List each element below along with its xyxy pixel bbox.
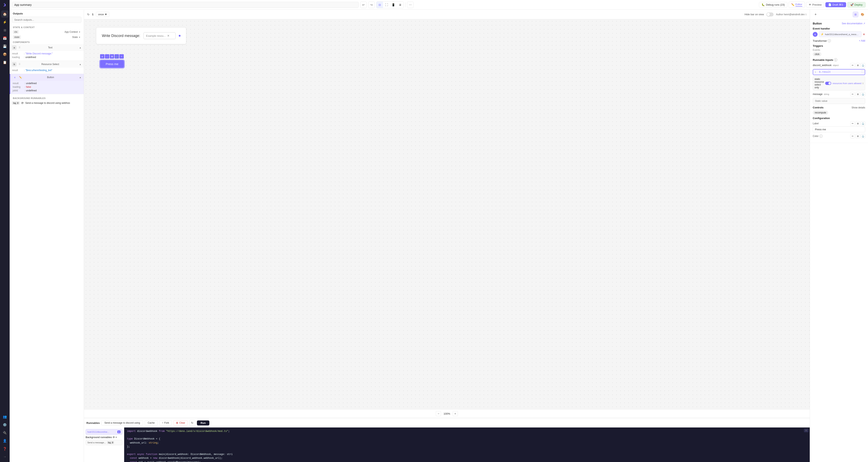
nav-variables-icon[interactable]: 📦	[1, 51, 8, 58]
refresh-icon[interactable]: ↻	[87, 13, 90, 16]
see-doc-text: See documentation ↗	[842, 22, 865, 25]
b-result-input[interactable]: 1 b.result ⛶	[813, 69, 865, 75]
comp-c-loading-row: loading : false	[13, 85, 82, 89]
hide-bar-toggle[interactable]	[766, 12, 774, 16]
zoom-plus-button[interactable]: +	[453, 411, 458, 416]
eh-path-text: hub/1511/discord/send_a_message_...	[825, 33, 860, 36]
transformer-info-icon[interactable]: i	[828, 39, 831, 42]
deploy-button[interactable]: 🚀 Deploy	[847, 2, 866, 7]
add-transformer-button[interactable]: + Add	[859, 39, 865, 42]
edit-icon-btn[interactable]: ✏	[850, 63, 855, 67]
zoom-minus-button[interactable]: −	[436, 411, 441, 416]
component-b-header[interactable]: b ⠿ Resource Select ▲	[10, 61, 84, 68]
nav-profile-icon[interactable]: 👤	[1, 437, 8, 444]
code-view-button[interactable]: ⊟	[376, 2, 383, 8]
code-copy-button[interactable]: ⎘	[804, 429, 808, 432]
color-edit-icon-btn[interactable]: ✏	[850, 134, 855, 138]
refresh-run-button[interactable]: ↻	[189, 420, 195, 426]
comp-a-drag[interactable]: ⠿	[18, 46, 21, 50]
nav-resources-icon[interactable]: 💾	[1, 42, 8, 50]
resize-handle-br[interactable]	[179, 35, 180, 37]
send-message-button[interactable]: Send a message to discord using	[101, 420, 143, 425]
show-details-link[interactable]: Show details	[851, 106, 865, 109]
color-link-icon-btn[interactable]: ⚓	[861, 134, 865, 138]
once-button[interactable]: once ▼	[96, 12, 109, 17]
label-copy-icon-btn[interactable]: ⊞	[856, 121, 860, 126]
comp-a-type: Text	[48, 46, 53, 49]
more-options-button[interactable]: ⋯	[407, 2, 413, 8]
color-info-icon[interactable]: i	[819, 134, 823, 138]
nav-audit-icon[interactable]: 📋	[1, 59, 8, 66]
draft-button[interactable]: 📄 Draft ⌘S	[826, 2, 846, 7]
msg-link-icon-btn[interactable]: ⚓	[861, 92, 865, 96]
resize-toolbar-btn[interactable]: ⊞	[110, 54, 114, 59]
eh-path-box: ⚡ hub/1511/discord/send_a_message_...	[819, 31, 862, 37]
preview-button[interactable]: 👁 Preview	[806, 2, 824, 7]
editor-icon: ✏️	[791, 3, 795, 6]
bg-runnable-item[interactable]: Send a message... bg_0	[86, 440, 122, 445]
color-copy-icon-btn[interactable]: ⊞	[856, 134, 860, 138]
nav-help-icon[interactable]: ❓	[1, 445, 8, 452]
label-link-icon-btn[interactable]: ⚓	[861, 121, 865, 126]
static-resource-info-icon[interactable]: ℹ	[863, 82, 863, 85]
transformer-label: Transformer i	[813, 39, 831, 42]
nav-apps-icon[interactable]: ⊞	[1, 27, 8, 34]
expand-icon[interactable]: ⛶	[862, 70, 864, 73]
clear-button[interactable]: 🗑 Clear	[174, 420, 188, 425]
resource-select-input[interactable]: Example resou... ✕	[144, 32, 176, 39]
static-value-input[interactable]	[813, 98, 865, 104]
nav-expand-icon[interactable]: →	[1, 453, 8, 460]
nav-integrations-icon[interactable]: 🔌	[1, 429, 8, 436]
state-chevron: ▼	[79, 36, 81, 38]
nav-home-icon[interactable]: 🏠	[1, 10, 8, 18]
author-info-icon[interactable]: ℹ	[806, 13, 807, 16]
code-editor[interactable]: ⎘ import discordwebhook from "https://de…	[124, 427, 810, 462]
redo-button[interactable]: ↪	[368, 2, 375, 8]
nav-users-icon[interactable]: 👥	[1, 413, 8, 420]
phone-view-button[interactable]: 📱	[390, 2, 397, 8]
see-documentation-link[interactable]: See documentation ↗	[842, 22, 865, 25]
component-c-header[interactable]: c ✏️ Button ▲	[10, 74, 84, 81]
cache-button[interactable]: Cache	[145, 420, 158, 425]
comp-b-drag[interactable]: ⠿	[18, 62, 21, 66]
app-name-input[interactable]: App summary	[12, 2, 359, 8]
monitor-view-button[interactable]: 🖥	[397, 2, 403, 8]
label-edit-icon-btn[interactable]: ✏	[850, 121, 855, 126]
right-plus-button[interactable]: +	[813, 12, 818, 17]
resource-clear-icon[interactable]: ✕	[167, 34, 169, 37]
undo-button[interactable]: ↩	[360, 2, 367, 8]
nav-flows-icon[interactable]: ⚡	[1, 19, 8, 26]
label-input[interactable]	[813, 127, 865, 132]
msg-edit-icon-btn[interactable]: ✏	[850, 92, 855, 96]
prop-c-loading-val: false	[26, 86, 31, 88]
bg-runnables-label: Background runnables	[10, 96, 84, 100]
editor-button[interactable]: ✏️ Editor	[788, 2, 805, 8]
runnable-inputs-info-icon[interactable]: i	[834, 58, 837, 61]
press-me-label: Press me	[106, 62, 118, 66]
component-a-header[interactable]: a ⠿ Text ▲	[10, 44, 84, 51]
right-theme-icon[interactable]: 🎨	[860, 12, 865, 17]
add-col-toolbar-btn[interactable]: +	[119, 54, 124, 59]
move-down-toolbar-btn[interactable]: ↓	[105, 54, 109, 59]
copy-icon-btn[interactable]: ⊞	[856, 63, 860, 67]
static-resource-toggle[interactable]	[825, 82, 831, 85]
fork-button[interactable]: ⑂ Fork	[159, 420, 172, 425]
eh-remove-icon[interactable]: ✕	[863, 33, 865, 36]
deploy-icon: 🚀	[850, 3, 854, 6]
msg-copy-icon-btn[interactable]: ⊞	[856, 92, 860, 96]
bg-runnables-add-icon[interactable]: +	[116, 436, 117, 439]
press-me-button[interactable]: Press me	[100, 60, 124, 68]
link-icon-btn[interactable]: ⚓	[861, 63, 865, 67]
state-tag: state	[13, 35, 21, 39]
anchor-toolbar-btn[interactable]: ⚓	[115, 54, 119, 59]
comp-c-edit-icon[interactable]: ✏️	[19, 76, 22, 79]
nav-schedule-icon[interactable]: 📅	[1, 35, 8, 42]
prop-c-jobid-key: jobId	[13, 89, 24, 92]
nav-settings-icon[interactable]: ⚙️	[1, 421, 8, 428]
right-components-icon[interactable]: ⊞	[853, 12, 858, 17]
debug-runs-button[interactable]: 🐛 Debug runs (23)	[759, 2, 787, 7]
expand-view-button[interactable]: ⛶	[383, 2, 390, 8]
search-outputs-input[interactable]	[12, 16, 82, 23]
run-button[interactable]: Run	[197, 421, 209, 425]
runnable-item[interactable]: hub/1511/discord/se... c	[86, 429, 122, 435]
